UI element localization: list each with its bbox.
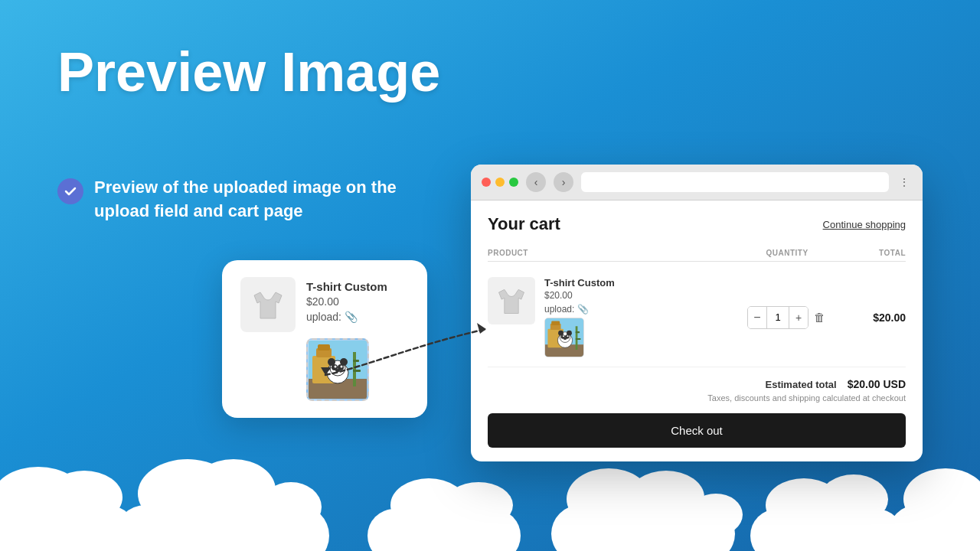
card-upload-label: upload: (306, 311, 341, 323)
checkout-button[interactable]: Check out (488, 413, 906, 448)
card-product-price: $20.00 (306, 295, 409, 308)
nav-forward-button[interactable]: › (554, 172, 573, 192)
item-upload-preview (544, 318, 584, 357)
page-title: Preview Image (57, 42, 440, 103)
svg-rect-35 (576, 326, 578, 350)
traffic-light-green[interactable] (509, 178, 518, 187)
svg-point-33 (567, 335, 568, 337)
quantity-value: 1 (766, 307, 789, 328)
svg-rect-15 (353, 352, 356, 386)
item-total: $20.00 (837, 311, 906, 324)
svg-point-13 (341, 366, 343, 368)
col-total-header: TOTAL (837, 249, 906, 257)
continue-shopping-link[interactable]: Continue shopping (823, 219, 906, 230)
browser-window: ‹ › ⋮ Your cart Continue shopping PRODUC… (471, 165, 923, 461)
col-product-header: PRODUCT (488, 249, 737, 257)
svg-point-14 (335, 369, 340, 372)
browser-titlebar: ‹ › ⋮ (471, 165, 923, 201)
feature-description-line2: upload field and cart page (94, 200, 397, 223)
svg-rect-37 (576, 338, 581, 340)
cart-title: Your cart (488, 214, 560, 234)
svg-point-34 (564, 337, 567, 340)
taxes-note: Taxes, discounts and shipping calculated… (488, 393, 906, 403)
estimated-total-value: $20.00 USD (848, 378, 906, 390)
delete-item-button[interactable]: 🗑 (812, 309, 827, 325)
col-quantity-header: QUANTITY (737, 249, 837, 257)
clouds-decoration (0, 452, 980, 551)
item-upload-icon: 📎 (577, 304, 589, 315)
item-price: $20.00 (544, 290, 615, 301)
upload-card: T-shirt Custom $20.00 upload: 📎 (222, 260, 427, 418)
quantity-decrease-button[interactable]: − (748, 307, 766, 328)
card-upload-icon: 📎 (345, 311, 358, 323)
nav-back-button[interactable]: ‹ (526, 172, 546, 192)
feature-description-line1: Preview of the uploaded image on the (94, 176, 397, 200)
traffic-lights (482, 178, 518, 187)
item-name: T-shirt Custom (544, 277, 615, 289)
svg-rect-36 (576, 331, 580, 333)
quantity-control: − 1 + (747, 306, 808, 329)
svg-rect-16 (353, 360, 359, 362)
address-bar[interactable] (581, 172, 889, 192)
svg-rect-5 (318, 344, 330, 350)
svg-rect-25 (551, 321, 560, 324)
svg-rect-17 (353, 370, 361, 372)
card-product-name: T-shirt Custom (306, 280, 409, 293)
product-thumbnail (240, 277, 296, 332)
svg-point-12 (335, 366, 337, 368)
traffic-light-yellow[interactable] (495, 178, 505, 187)
cart-item-row: T-shirt Custom $20.00 upload: 📎 (488, 268, 906, 367)
checkmark-badge (57, 178, 83, 204)
item-upload-label: upload: (544, 304, 574, 315)
estimated-total-label: Estimated total (766, 379, 837, 390)
quantity-increase-button[interactable]: + (789, 307, 808, 328)
browser-menu-icon[interactable]: ⋮ (897, 174, 912, 190)
traffic-light-red[interactable] (482, 178, 491, 187)
card-upload-preview (306, 338, 369, 401)
svg-point-32 (563, 335, 564, 337)
item-thumbnail (488, 277, 535, 324)
